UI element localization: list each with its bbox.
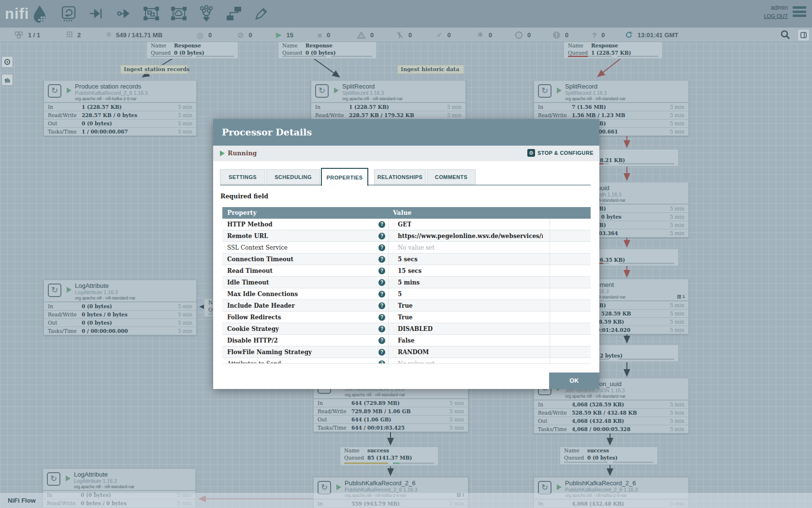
- processor-icon: ↻: [48, 84, 61, 98]
- processor-bundle: org.apache.nifi - nifi-standard-nar: [565, 96, 625, 101]
- processor-icon: ↻: [315, 84, 329, 98]
- status-count: 0: [527, 31, 531, 39]
- breadcrumb-root[interactable]: NiFi Flow: [8, 497, 36, 504]
- funnel-icon[interactable]: [198, 5, 215, 22]
- help-icon[interactable]: ?: [378, 279, 385, 286]
- help-icon[interactable]: ?: [378, 221, 385, 228]
- help-icon[interactable]: ?: [378, 291, 385, 298]
- global-menu-icon[interactable]: [793, 6, 806, 17]
- tab-properties[interactable]: PROPERTIES: [321, 168, 368, 186]
- processor-icon: ↻: [48, 284, 61, 297]
- processor-type: SplitRecord 1.16.3: [342, 90, 384, 96]
- help-icon[interactable]: ?: [378, 337, 385, 344]
- property-name: FlowFile Naming Strategy: [227, 349, 312, 356]
- property-name: Remote URL: [227, 233, 268, 239]
- processor-name: PublishKafkaRecord_2_6: [565, 479, 636, 487]
- label-icon[interactable]: [253, 5, 270, 22]
- property-value: No value set: [398, 244, 435, 251]
- processor-icon[interactable]: [60, 5, 77, 22]
- processor-stat-row: In7 (1.56 MB)5 min: [534, 103, 688, 111]
- queue-name-row: Namesuccess: [560, 447, 657, 454]
- status-count: 0: [448, 31, 451, 39]
- processor-name: LogAttribute: [75, 282, 109, 289]
- connection-queue-response[interactable]: NameResponseQueued0 (0 bytes): [278, 42, 377, 59]
- run-status-icon: [67, 287, 72, 293]
- canvas-tool-button-pan[interactable]: [1, 74, 13, 86]
- status-disabled: 0: [396, 28, 412, 42]
- help-icon[interactable]: ?: [378, 256, 385, 263]
- stale-icon: ↑: [515, 31, 522, 39]
- processor-icon: ↻: [47, 472, 60, 486]
- remote-process-group-icon[interactable]: [170, 5, 188, 22]
- property-row-idle-timeout: Idle Timeout?5 mins: [222, 277, 591, 288]
- tab-relationships[interactable]: RELATIONSHIPS: [374, 169, 426, 184]
- property-row-include-date-header: Include Date Header?True: [222, 300, 591, 312]
- processor-name: LogAttribute: [74, 471, 108, 478]
- help-icon[interactable]: ?: [378, 268, 385, 274]
- help-icon[interactable]: ?: [378, 360, 385, 364]
- property-value: 5: [398, 291, 402, 298]
- property-column-header: Property: [227, 209, 257, 216]
- property-value: No value set: [398, 360, 435, 364]
- process-group-icon[interactable]: [143, 5, 160, 22]
- processor-type: PublishKafkaRecord_2_6 1.16.3: [75, 90, 148, 96]
- input-port-icon[interactable]: [87, 5, 105, 22]
- help-icon[interactable]: ?: [378, 326, 385, 332]
- processor-name: SplitRecord: [342, 83, 375, 90]
- ok-button[interactable]: OK: [549, 373, 599, 389]
- template-icon[interactable]: [225, 5, 243, 22]
- output-port-icon[interactable]: [115, 5, 132, 22]
- tab-scheduling[interactable]: SCHEDULING: [266, 169, 320, 184]
- status-count: 0: [208, 31, 212, 39]
- processor-type: LogAttribute 1.16.3: [75, 289, 118, 295]
- processor-bundle: org.apache.nifi - nifi-standard-nar: [74, 484, 134, 489]
- processor-logattribute[interactable]: ↻LogAttributeLogAttribute 1.16.3org.apac…: [44, 280, 197, 335]
- canvas-label[interactable]: Ingest historic data: [397, 65, 464, 74]
- dialog-header[interactable]: Processor Details: [213, 119, 599, 146]
- help-icon[interactable]: ?: [378, 244, 385, 251]
- properties-table-header: Property Value: [222, 207, 591, 219]
- help-icon[interactable]: ?: [378, 233, 385, 239]
- queue-count-row: Queued85 (141.37 MB): [340, 454, 438, 462]
- property-row-ssl-context-service: SSL Context Service?No value set: [222, 242, 591, 254]
- processor-name: SplitRecord: [565, 83, 597, 90]
- property-row-disable-http-2: Disable HTTP/2?False: [222, 335, 591, 346]
- dialog-status-bar: Running ⚙ STOP & CONFIGURE: [213, 146, 599, 161]
- tab-settings[interactable]: SETTINGS: [220, 169, 265, 184]
- help-icon[interactable]: ?: [378, 314, 385, 321]
- nifi-logo: nifi: [5, 4, 49, 24]
- processor-bundle: org.apache.nifi - nifi-kafka-2-6-nar: [75, 96, 137, 101]
- breadcrumb[interactable]: NiFi Flow: [0, 493, 812, 508]
- birdseye-toggle-button[interactable]: [798, 29, 810, 41]
- status-up-to-date: ✓0: [436, 28, 451, 42]
- processor-produce-station-records[interactable]: ↻Produce station recordsPublishKafkaReco…: [44, 80, 197, 136]
- connection-queue-response[interactable]: NameResponseQueued0 (0 bytes): [146, 42, 238, 59]
- queue-name-row: Namesuccess: [340, 447, 438, 454]
- processor-stat-row: Tasks/Time644 / 00:01:03.4255 min: [314, 423, 468, 432]
- processor-bundle: org.apache.nifi - nifi-standard-nar: [342, 96, 403, 101]
- properties-table-body[interactable]: HTTP Method?GETRemote URL?https://www.pe…: [222, 219, 591, 364]
- app-header: nifi admin LOG OUT: [0, 0, 812, 28]
- property-value: GET: [398, 221, 411, 228]
- connection-queue-success[interactable]: NamesuccessQueued85 (141.37 MB): [340, 447, 438, 466]
- connection-queue-success[interactable]: NamesuccessQueued0 (0 bytes): [560, 447, 658, 465]
- status-stale: ↑0: [515, 28, 531, 42]
- refresh-status[interactable]: 13:01:41 GMT: [625, 28, 679, 42]
- property-row-max-idle-connections: Max Idle Connections?5: [222, 288, 591, 300]
- connection-queue-response[interactable]: NameResponseQueued1 (228.57 KB): [564, 42, 663, 59]
- property-row-connection-timeout: Connection Timeout?5 secs: [222, 254, 591, 265]
- canvas-label[interactable]: Ingest station records: [120, 65, 188, 74]
- processor-stat-row: Read/Write729.89 MB / 1.06 GB5 min: [314, 407, 468, 415]
- help-icon[interactable]: ?: [378, 349, 385, 356]
- property-value: RANDOM: [398, 349, 429, 356]
- logout-link[interactable]: LOG OUT: [764, 13, 788, 19]
- processor-stat-row: Read/Write228.57 KB / 179.52 KB5 min: [311, 111, 465, 119]
- tab-comments[interactable]: COMMENTS: [427, 169, 476, 184]
- canvas-tool-button-target[interactable]: [1, 56, 13, 68]
- value-column-header: Value: [393, 209, 411, 216]
- processor-details-dialog: Processor Details Running ⚙ STOP & CONFI…: [213, 119, 599, 389]
- stop-and-configure-button[interactable]: ⚙ STOP & CONFIGURE: [527, 149, 594, 157]
- search-button[interactable]: [780, 30, 792, 41]
- processor-header: ↻SplitRecordSplitRecord 1.16.3org.apache…: [311, 81, 465, 103]
- help-icon[interactable]: ?: [378, 302, 385, 309]
